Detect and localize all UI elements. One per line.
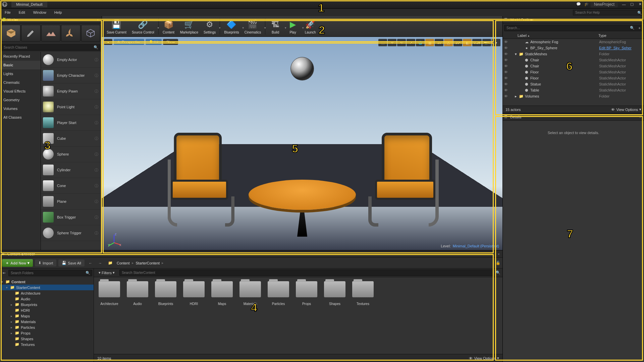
info-icon[interactable]: ⓘ bbox=[93, 136, 100, 141]
transform-select-icon[interactable]: ⬚ bbox=[378, 39, 387, 46]
dropdown-icon[interactable]: ▼ bbox=[319, 26, 322, 29]
folder-item[interactable]: Materials bbox=[239, 281, 262, 306]
visibility-icon[interactable]: 👁 bbox=[504, 46, 509, 50]
menu-edit[interactable]: Edit bbox=[15, 9, 29, 15]
toolbar-source-control[interactable]: 🔗Source Control▼ bbox=[129, 18, 157, 35]
tree-node[interactable]: ▸📁Materials bbox=[0, 319, 94, 324]
viewport-maximize-icon[interactable]: ▾ bbox=[492, 39, 500, 46]
toolbar-build[interactable]: 🏗Build▼ bbox=[267, 18, 284, 35]
chair-actor[interactable] bbox=[362, 133, 442, 227]
filters-button[interactable]: ▾ Filters ▾ bbox=[96, 270, 117, 276]
outliner-row[interactable]: 👁☁Atmospheric FogAtmosphericFog bbox=[503, 39, 644, 45]
tree-node[interactable]: 📁Audio bbox=[0, 296, 94, 302]
panel-close-icon[interactable]: × bbox=[96, 18, 100, 22]
actor-item[interactable]: Empty Pawnⓘ bbox=[41, 83, 102, 99]
outliner-add-icon[interactable]: ＋ bbox=[638, 25, 641, 31]
category-item[interactable]: All Classes bbox=[0, 113, 41, 122]
visibility-icon[interactable]: 👁 bbox=[504, 52, 509, 56]
outliner-row[interactable]: 👁⬢TableStaticMeshActor bbox=[503, 87, 644, 93]
menu-file[interactable]: File bbox=[1, 9, 15, 15]
category-item[interactable]: Geometry bbox=[0, 96, 41, 104]
mode-geometry[interactable] bbox=[81, 25, 100, 42]
breadcrumb-item[interactable]: StarterContent bbox=[136, 261, 160, 265]
sky-sphere-actor[interactable] bbox=[290, 57, 314, 80]
info-icon[interactable]: ⓘ bbox=[93, 105, 100, 110]
info-icon[interactable]: ⓘ bbox=[93, 183, 100, 188]
tree-node[interactable]: ▾📁StarterContent bbox=[0, 285, 94, 290]
outliner-search-input[interactable] bbox=[504, 25, 643, 31]
toolbar-cinematics[interactable]: 🎬Cinematics▼ bbox=[242, 18, 264, 35]
graduation-icon[interactable]: 🎓 bbox=[583, 1, 590, 8]
folder-item[interactable]: Particles bbox=[267, 281, 290, 306]
outliner-col-type[interactable]: Type bbox=[598, 34, 642, 38]
category-item[interactable]: Basic bbox=[0, 61, 41, 69]
actor-item[interactable]: Sphere Triggerⓘ bbox=[41, 225, 102, 241]
visibility-icon[interactable]: 👁 bbox=[504, 82, 509, 86]
transform-move-icon[interactable]: ✥ bbox=[388, 39, 396, 46]
nav-back-icon[interactable]: ← bbox=[87, 260, 94, 266]
outliner-col-label[interactable]: Label ▴ bbox=[518, 34, 598, 38]
outliner-row[interactable]: 👁⬢ChairStaticMeshActor bbox=[503, 57, 644, 63]
tree-node[interactable]: ▸📁Props bbox=[0, 330, 94, 336]
mode-place[interactable] bbox=[1, 25, 20, 42]
toolbar-settings[interactable]: ⚙Settings▼ bbox=[201, 18, 218, 35]
category-item[interactable]: Visual Effects bbox=[0, 87, 41, 96]
dropdown-icon[interactable]: ▼ bbox=[218, 26, 221, 29]
chat-icon[interactable]: 💬 bbox=[575, 1, 582, 8]
outliner-row[interactable]: 👁▾📁StaticMeshesFolder bbox=[503, 51, 644, 57]
add-new-button[interactable]: ＋ Add New ▾ bbox=[2, 259, 33, 267]
camera-speed-icon[interactable]: 📷 4 bbox=[482, 39, 491, 46]
nav-forward-icon[interactable]: → bbox=[96, 260, 104, 266]
toolbar-blueprints[interactable]: 🔷Blueprints▼ bbox=[221, 18, 241, 35]
modes-search-input[interactable] bbox=[1, 44, 100, 51]
outliner-type[interactable]: Edit BP_Sky_Spher bbox=[599, 46, 643, 50]
actor-item[interactable]: Sphereⓘ bbox=[41, 146, 102, 162]
tree-node[interactable]: ▾📁Content bbox=[0, 279, 94, 285]
category-item[interactable]: Cinematic bbox=[0, 78, 41, 87]
dropdown-icon[interactable]: ▼ bbox=[264, 26, 266, 29]
tree-node[interactable]: 📁Textures bbox=[0, 342, 94, 347]
visibility-icon[interactable]: 👁 bbox=[504, 76, 509, 80]
outliner-row[interactable]: 👁●BP_Sky_SphereEdit BP_Sky_Spher bbox=[503, 45, 644, 51]
info-icon[interactable]: ⓘ bbox=[93, 215, 100, 220]
outliner-row[interactable]: 👁⬢StatueStaticMeshActor bbox=[503, 81, 644, 87]
tree-node[interactable]: ▸📁Particles bbox=[0, 324, 94, 330]
folder-item[interactable]: Architecture bbox=[98, 281, 121, 306]
viewport-lit[interactable]: 💡 Lit bbox=[146, 39, 162, 45]
category-item[interactable]: Recently Placed bbox=[0, 52, 41, 61]
tree-node[interactable]: 📁HDRI bbox=[0, 307, 94, 313]
folder-icon[interactable]: 📁 bbox=[106, 260, 115, 266]
maximize-button[interactable]: ▢ bbox=[628, 2, 636, 7]
toolbar-play[interactable]: ▶Play▼ bbox=[284, 18, 302, 35]
chair-actor[interactable] bbox=[164, 133, 241, 227]
actor-item[interactable]: Empty Actorⓘ bbox=[41, 52, 102, 68]
panel-close-icon[interactable]: × bbox=[496, 252, 501, 256]
mode-landscape[interactable] bbox=[41, 25, 60, 42]
info-icon[interactable]: ⓘ bbox=[93, 57, 100, 62]
surface-snap-icon[interactable]: ▦ bbox=[425, 39, 434, 46]
grid-snap-value[interactable]: 10 bbox=[435, 39, 443, 46]
folder-item[interactable]: Textures bbox=[352, 281, 374, 306]
mode-paint[interactable] bbox=[21, 25, 40, 42]
viewport[interactable]: ▾ 👁 Perspective 💡 Lit Show ⬚ ✥ ⟲ ⤢ 🌐 ▦ 1… bbox=[102, 37, 502, 250]
outliner-row[interactable]: 👁⬢FloorStaticMeshActor bbox=[503, 75, 644, 81]
actor-item[interactable]: Player Startⓘ bbox=[41, 115, 102, 131]
visibility-icon[interactable]: 👁 bbox=[504, 58, 509, 62]
coord-space-icon[interactable]: 🌐 bbox=[416, 39, 425, 46]
visibility-icon[interactable]: 👁 bbox=[504, 88, 509, 92]
category-item[interactable]: Volumes bbox=[0, 104, 41, 113]
panel-close-icon[interactable]: × bbox=[638, 115, 643, 119]
angle-snap-icon[interactable]: △ bbox=[444, 39, 453, 46]
info-icon[interactable]: ⓘ bbox=[93, 120, 100, 125]
level-name-link[interactable]: Minimal_Default (Persistent) bbox=[453, 244, 499, 248]
outliner-row[interactable]: 👁▸📁VolumesFolder bbox=[503, 93, 644, 99]
tree-node[interactable]: ▸📁Blueprints bbox=[0, 302, 94, 307]
help-search[interactable]: 🔍 bbox=[573, 10, 643, 15]
toolbar-launch[interactable]: 🚀Launch▼ bbox=[302, 18, 319, 35]
actor-item[interactable]: Box Triggerⓘ bbox=[41, 209, 102, 225]
toolbar-save-current[interactable]: 💾Save Current bbox=[104, 18, 129, 35]
breadcrumb-item[interactable]: Content bbox=[117, 261, 130, 265]
folder-item[interactable]: Audio bbox=[126, 281, 149, 306]
actor-item[interactable]: Cubeⓘ bbox=[41, 131, 102, 146]
visibility-icon[interactable]: 👁 bbox=[504, 94, 509, 98]
